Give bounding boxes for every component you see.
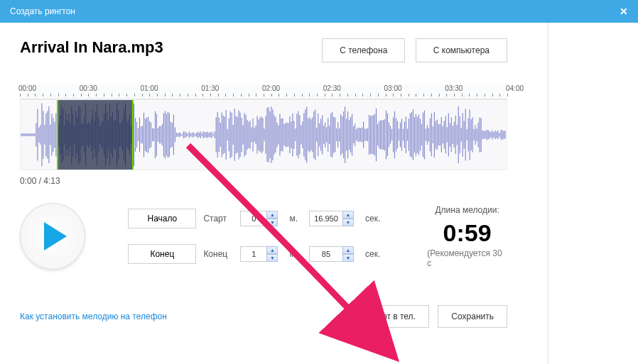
end-min-stepper[interactable]: ▲▼ bbox=[266, 246, 278, 262]
panel-divider bbox=[548, 23, 548, 364]
waveform[interactable] bbox=[20, 99, 507, 170]
from-computer-button[interactable]: С компьютера bbox=[416, 38, 507, 62]
end-label: Конец bbox=[203, 249, 233, 259]
start-sec-input[interactable] bbox=[309, 211, 343, 226]
duration-recommend: (Рекомендуется 30 с bbox=[427, 248, 507, 268]
import-button[interactable]: Импорт в тел. bbox=[347, 305, 429, 328]
unit-sec: сек. bbox=[365, 214, 380, 224]
time-ruler: 00:0000:3001:0001:3002:0002:3003:0003:30… bbox=[20, 84, 507, 99]
play-icon bbox=[44, 222, 67, 250]
timeline[interactable]: 00:0000:3001:0001:3002:0002:3003:0003:30… bbox=[20, 84, 507, 186]
end-min-input[interactable] bbox=[240, 246, 267, 262]
end-sec-input[interactable] bbox=[309, 246, 343, 262]
window-title: Создать рингтон bbox=[10, 6, 75, 16]
set-end-button[interactable]: Конец bbox=[128, 244, 196, 264]
save-button[interactable]: Сохранить bbox=[438, 305, 507, 328]
from-phone-button[interactable]: С телефона bbox=[322, 38, 405, 62]
unit-min: м. bbox=[289, 214, 298, 224]
end-sec-stepper[interactable]: ▲▼ bbox=[342, 246, 354, 262]
duration-value: 0:59 bbox=[443, 219, 492, 247]
start-label: Старт bbox=[203, 214, 233, 224]
start-min-input[interactable] bbox=[240, 211, 267, 226]
unit-sec-2: сек. bbox=[365, 249, 380, 259]
close-icon[interactable]: ✕ bbox=[620, 6, 628, 17]
set-start-button[interactable]: Начало bbox=[128, 209, 196, 228]
playback-position: 0:00 / 4:13 bbox=[20, 176, 507, 186]
selection-region[interactable] bbox=[57, 100, 133, 170]
play-button[interactable] bbox=[20, 203, 85, 270]
start-min-stepper[interactable]: ▲▼ bbox=[266, 211, 278, 226]
title-bar: Создать рингтон ✕ bbox=[0, 0, 638, 23]
start-sec-stepper[interactable]: ▲▼ bbox=[342, 211, 354, 226]
duration-title: Длина мелодии: bbox=[435, 205, 499, 215]
unit-min-2: м. bbox=[289, 249, 298, 259]
file-name: Arrival In Nara.mp3 bbox=[20, 38, 163, 57]
help-link[interactable]: Как установить мелодию на телефон bbox=[20, 311, 167, 321]
